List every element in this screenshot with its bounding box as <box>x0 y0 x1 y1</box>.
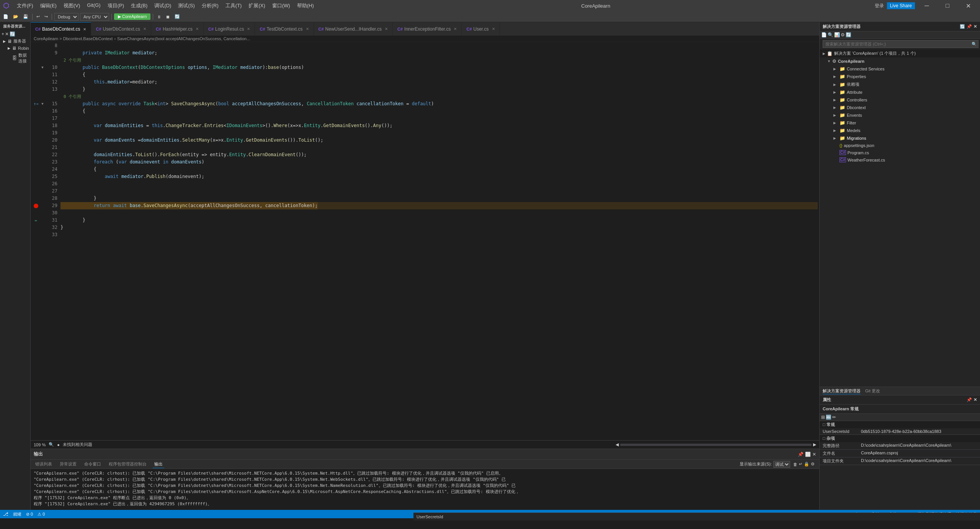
output-float[interactable]: ⬜ <box>805 452 811 457</box>
server-panel-btn3[interactable]: 🔄 <box>10 31 15 37</box>
robin-item[interactable]: ▶ 🖥 Robin <box>0 45 30 52</box>
code-editor[interactable]: 8 9 private IMediator mediator; 2 个引用 <box>31 42 819 440</box>
tab-package-manager[interactable]: 程序包管理器控制台 <box>107 460 148 468</box>
prop-toolbar-btn2[interactable]: 🔤 <box>826 415 831 420</box>
status-error[interactable]: ⊘ 0 <box>26 512 33 517</box>
prop-toolbar-btn3[interactable]: ✏ <box>832 415 836 420</box>
tab-3[interactable]: C# LoginResul.cs ✕ <box>204 22 255 36</box>
tab-exceptions[interactable]: 异常设置 <box>58 460 78 468</box>
tab-3-close[interactable]: ✕ <box>247 27 250 31</box>
se-toolbar-btn4[interactable]: ⚙ <box>841 32 845 38</box>
output-clear[interactable]: 🗑 <box>793 462 797 467</box>
se-toolbar-btn1[interactable]: 📄 <box>821 32 827 38</box>
tree-item-envents[interactable]: ▶📁Envents <box>820 111 980 119</box>
output-source-dropdown[interactable]: 调试 <box>773 461 790 468</box>
tab-output[interactable]: 输出 <box>153 460 164 468</box>
minimize-button[interactable]: ─ <box>918 0 936 11</box>
se-sync[interactable]: 🔃 <box>960 24 965 29</box>
tree-item-migrations[interactable]: ▶📁Migrations <box>820 134 980 142</box>
tab-6-close[interactable]: ✕ <box>454 27 457 31</box>
menu-window[interactable]: 窗口(W) <box>269 2 293 10</box>
se-toolbar-btn3[interactable]: 📊 <box>834 32 840 38</box>
menu-project[interactable]: 项目(P) <box>105 2 127 10</box>
se-toolbar-btn2[interactable]: 🔍 <box>828 32 833 38</box>
tab-5[interactable]: C# NewUserSend...IHandler.cs ✕ <box>314 22 393 36</box>
menu-git[interactable]: Git(G) <box>84 2 103 10</box>
menu-build[interactable]: 生成(B) <box>128 2 150 10</box>
menu-tools[interactable]: 工具(T) <box>222 2 245 10</box>
db-connection-item[interactable]: 🗄 数据连接 <box>0 52 30 65</box>
tab-2-close[interactable]: ✕ <box>196 27 199 31</box>
tree-item-filter[interactable]: ▶📁Filter <box>820 119 980 127</box>
scroll-left[interactable]: ◀ <box>616 442 619 447</box>
menu-extensions[interactable]: 扩展(X) <box>245 2 268 10</box>
tab-4-close[interactable]: ✕ <box>306 27 309 31</box>
tab-command[interactable]: 命令窗口 <box>83 460 103 468</box>
prop-close[interactable]: ✕ <box>973 397 977 402</box>
toolbar-redo[interactable]: ↪ <box>43 13 49 20</box>
tree-item-connected-services[interactable]: ▶📁Connected Services <box>820 65 980 73</box>
tree-item-weatherforecast.cs[interactable]: C#WeatherForecast.cs <box>820 156 980 163</box>
output-content[interactable]: "CoreApilearn.exe" (CoreCLR: clrhost): 已… <box>31 469 819 510</box>
maximize-button[interactable]: □ <box>939 0 956 11</box>
toolbar-new[interactable]: 📄 <box>2 13 10 20</box>
run-button[interactable]: ▶ CoreApilearn <box>114 13 150 20</box>
se-close[interactable]: ✕ <box>973 24 977 29</box>
menu-file[interactable]: 文件(F) <box>14 2 36 10</box>
se-tab[interactable]: 解决方案资源管理器 <box>823 388 861 394</box>
server-panel-btn2[interactable]: ✕ <box>5 31 9 37</box>
server-explorer-item[interactable]: ▶ 🖥 服务器 <box>0 38 30 45</box>
prop-pin[interactable]: 📌 <box>967 397 972 402</box>
debug-config-dropdown[interactable]: Debug <box>54 13 78 21</box>
tab-1-close[interactable]: ✕ <box>143 27 146 31</box>
live-share-button[interactable]: Live Share <box>887 2 915 9</box>
tab-errors[interactable]: 错误列表 <box>34 460 54 468</box>
project-root[interactable]: ▼ ⚙ CoreApilearn <box>820 57 980 65</box>
output-word-wrap[interactable]: ↵ <box>799 462 802 467</box>
menu-help[interactable]: 帮助(H) <box>294 2 317 10</box>
login-button[interactable]: 登录 <box>875 3 884 9</box>
tree-item-controllers[interactable]: ▶📁Controllers <box>820 96 980 104</box>
prop-toolbar-btn1[interactable]: ⊞ <box>821 415 825 420</box>
tab-1[interactable]: C# UserDbContext.cs ✕ <box>91 22 151 36</box>
tab-4[interactable]: C# TestDbContext.cs ✕ <box>255 22 314 36</box>
output-scroll-lock[interactable]: 🔒 <box>804 462 809 467</box>
toolbar-open[interactable]: 📂 <box>11 13 20 20</box>
menu-analyze[interactable]: 分析(R) <box>199 2 222 10</box>
tree-item-medels[interactable]: ▶📁Medels <box>820 127 980 134</box>
tree-item-properties[interactable]: ▶📁Properties <box>820 73 980 80</box>
tab-6[interactable]: C# InnerExceptionFilter.cs ✕ <box>393 22 462 36</box>
se-toolbar-btn5[interactable]: 🔄 <box>846 32 851 38</box>
tree-item-attribute[interactable]: ▶📁Attribute <box>820 88 980 96</box>
tab-5-close[interactable]: ✕ <box>385 27 388 31</box>
tree-item-依赖项[interactable]: ▶📁依赖项 <box>820 80 980 88</box>
server-panel-btn1[interactable]: + <box>2 31 4 37</box>
horizontal-scrollbar[interactable] <box>620 444 812 446</box>
toolbar-undo[interactable]: ↩ <box>35 13 41 20</box>
cpu-config-dropdown[interactable]: Any CPU <box>80 13 109 21</box>
close-button[interactable]: ✕ <box>959 0 977 11</box>
scroll-right[interactable]: ▶ <box>813 442 816 447</box>
menu-edit[interactable]: 编辑(E) <box>37 2 60 10</box>
tab-2[interactable]: C# HashHelper.cs ✕ <box>151 22 204 36</box>
tab-7-close[interactable]: ✕ <box>492 27 495 31</box>
menu-debug[interactable]: 调试(D) <box>151 2 174 10</box>
tab-0-close[interactable]: ✕ <box>83 27 86 31</box>
tree-item-dbcontext[interactable]: ▶📁Dbcontext <box>820 104 980 111</box>
output-settings[interactable]: ⚙ <box>811 462 815 467</box>
se-pin[interactable]: 📌 <box>967 24 972 29</box>
toolbar-pause[interactable]: ⏸ <box>155 14 163 20</box>
toolbar-restart[interactable]: 🔄 <box>173 13 181 20</box>
toolbar-stop[interactable]: ⏹ <box>164 14 172 20</box>
tab-7[interactable]: C# User.cs ✕ <box>462 22 500 36</box>
status-warning[interactable]: ⚠ 0 <box>38 512 45 517</box>
git-tab[interactable]: Git 更改 <box>865 388 880 394</box>
menu-test[interactable]: 测试(S) <box>175 2 198 10</box>
toolbar-save[interactable]: 💾 <box>21 13 30 20</box>
tab-0[interactable]: C# BaseDbContext.cs ✕ <box>31 22 91 36</box>
menu-view[interactable]: 视图(V) <box>60 2 83 10</box>
solution-search-input[interactable] <box>823 40 978 48</box>
output-pin[interactable]: 📌 <box>798 452 804 457</box>
tree-item-program.cs[interactable]: C#Program.cs <box>820 149 980 156</box>
tree-item-appsettings.json[interactable]: {}appsettings.json <box>820 142 980 149</box>
